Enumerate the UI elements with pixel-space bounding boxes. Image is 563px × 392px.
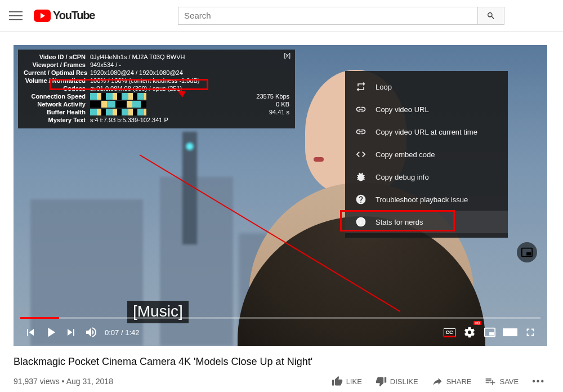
stats-close-button[interactable]: [x]	[284, 52, 291, 59]
subtitles-button[interactable]: CC	[439, 322, 459, 342]
logo-text: YouTube	[53, 9, 95, 22]
context-menu: Loop Copy video URL Copy video URL at cu…	[345, 71, 508, 238]
hd-badge: HD	[473, 321, 481, 325]
gear-icon	[463, 326, 476, 338]
play-icon	[34, 10, 51, 22]
fullscreen-button[interactable]	[520, 322, 540, 342]
view-count: 91,937 views • Aug 31, 2018	[14, 377, 113, 386]
youtube-logo[interactable]: YouTube	[34, 9, 95, 22]
context-menu-label: Troubleshoot playback issue	[376, 195, 468, 204]
network-graph	[90, 101, 146, 108]
stats-value: 0 KB	[251, 100, 289, 108]
context-menu-copy-embed[interactable]: Copy embed code	[345, 143, 508, 166]
context-menu-copy-debug[interactable]: Copy debug info	[345, 166, 508, 188]
upload-date: Aug 31, 2018	[66, 377, 113, 386]
settings-button[interactable]: HD	[459, 322, 480, 342]
svg-rect-3	[503, 329, 517, 336]
action-label: SAVE	[499, 377, 519, 386]
stats-label: Viewport / Frames	[24, 61, 90, 69]
link-icon	[355, 126, 367, 137]
context-menu-troubleshoot[interactable]: Troubleshoot playback issue	[345, 188, 508, 211]
miniplayer-control-button[interactable]	[480, 322, 500, 342]
search-input[interactable]	[178, 7, 477, 25]
context-menu-loop[interactable]: Loop	[345, 75, 508, 98]
video-player[interactable]: [Music] [x] Video ID / sCPN0Jyl4HeNh1s /…	[14, 45, 547, 346]
current-time: 0:07	[105, 328, 119, 337]
action-label: LIKE	[346, 377, 362, 386]
help-icon	[355, 194, 367, 205]
next-button[interactable]	[61, 322, 81, 342]
playlist-add-icon	[485, 376, 496, 387]
menu-icon[interactable]	[9, 9, 23, 23]
stats-for-nerds-panel: [x] Video ID / sCPN0Jyl4HeNh1s / MJ2A T0…	[18, 50, 295, 128]
context-menu-label: Copy video URL at current time	[376, 128, 477, 136]
info-icon	[355, 216, 367, 228]
context-menu-stats-for-nerds[interactable]: Stats for nerds	[345, 211, 508, 233]
time-separator: /	[119, 328, 125, 337]
miniplayer-button[interactable]	[517, 242, 537, 262]
stats-label: Buffer Health	[24, 108, 90, 116]
app-header: YouTube	[0, 0, 563, 32]
stats-value: 949x534 / -	[90, 61, 289, 69]
progress-bar[interactable]	[20, 317, 540, 319]
action-bar: LIKE DISLIKE SHARE SAVE •••	[327, 372, 549, 390]
miniplayer-icon	[521, 246, 533, 259]
like-button[interactable]: LIKE	[327, 372, 367, 390]
stats-label: Video ID / sCPN	[24, 53, 90, 61]
cc-icon: CC	[444, 328, 455, 337]
stats-label: Network Activity	[24, 100, 90, 108]
search-wrap	[128, 7, 554, 25]
search-icon	[486, 11, 495, 20]
duration: 1:42	[125, 328, 139, 337]
views: 91,937 views	[14, 377, 60, 386]
time-display: 0:07 / 1:42	[105, 328, 139, 337]
stats-label: Current / Optimal Res	[24, 69, 90, 77]
player-controls: 0:07 / 1:42 CC HD	[14, 319, 547, 346]
main: [Music] [x] Video ID / sCPN0Jyl4HeNh1s /…	[0, 32, 563, 392]
context-menu-label: Loop	[376, 83, 392, 91]
link-icon	[355, 104, 367, 115]
stats-value: 94.41 s	[251, 108, 289, 116]
share-icon	[432, 376, 443, 387]
loop-icon	[355, 81, 367, 92]
save-button[interactable]: SAVE	[480, 372, 523, 390]
stats-value: s:4 t:7.93 b:5.339-102.341 P	[90, 116, 289, 124]
stats-value: 23575 Kbps	[251, 92, 289, 100]
bug-icon	[355, 171, 367, 182]
stats-value: av01.0.08M.08 (399) / opus (251)	[90, 84, 289, 92]
more-actions-button[interactable]: •••	[528, 374, 549, 389]
svg-point-2	[360, 220, 361, 221]
stats-label: Connection Speed	[24, 92, 90, 100]
action-label: SHARE	[446, 377, 472, 386]
share-button[interactable]: SHARE	[427, 372, 476, 390]
connection-graph	[90, 93, 146, 100]
volume-button[interactable]	[81, 322, 101, 342]
thumb-down-icon	[376, 376, 387, 387]
context-menu-label: Copy video URL	[376, 105, 429, 114]
theater-button[interactable]	[500, 322, 520, 342]
context-menu-copy-url[interactable]: Copy video URL	[345, 98, 508, 121]
action-label: DISLIKE	[390, 377, 418, 386]
stats-value: 0Jyl4HeNh1s / MJ2A T03Q BWVH	[90, 53, 289, 61]
code-icon	[355, 149, 367, 160]
progress-fill	[20, 317, 59, 319]
context-menu-label: Stats for nerds	[376, 218, 423, 226]
search-button[interactable]	[477, 7, 504, 25]
video-info: Blackmagic Pocket Cinema Camera 4K 'Mode…	[14, 356, 549, 390]
context-menu-label: Copy debug info	[376, 173, 429, 181]
context-menu-label: Copy embed code	[376, 150, 435, 159]
thumb-up-icon	[332, 376, 343, 387]
context-menu-copy-url-time[interactable]: Copy video URL at current time	[345, 121, 508, 143]
previous-button[interactable]	[20, 322, 41, 342]
meta-separator: •	[60, 377, 66, 386]
dislike-button[interactable]: DISLIKE	[371, 372, 423, 390]
stats-label: Volume / Normalized	[24, 77, 90, 84]
stats-value: 100% / 100% (content loudness -1.0dB)	[90, 77, 289, 84]
play-button[interactable]	[41, 322, 61, 342]
search-box	[178, 7, 504, 25]
stats-value: 1920x1080@24 / 1920x1080@24	[90, 69, 289, 77]
stats-label: Codecs	[24, 84, 90, 92]
stats-label: Mystery Text	[24, 116, 90, 124]
video-title: Blackmagic Pocket Cinema Camera 4K 'Mode…	[14, 356, 549, 368]
buffer-graph	[90, 109, 146, 115]
